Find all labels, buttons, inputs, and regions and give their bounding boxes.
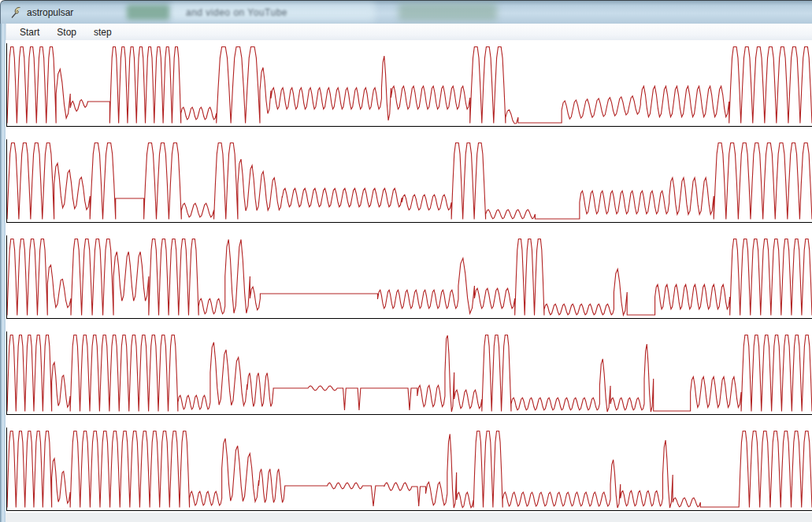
trace-panel-4 [6, 331, 812, 415]
aero-glass-blob [127, 5, 169, 20]
window-title: astropulsar [27, 7, 73, 18]
waveform-canvas-4 [7, 331, 812, 413]
trace-panel-3 [6, 235, 812, 319]
app-window: and video on YouTube astropulsar Start S… [0, 0, 812, 522]
menu-item-step[interactable]: step [85, 25, 121, 39]
waveform-canvas-1 [7, 43, 812, 125]
waveform-area [0, 40, 812, 513]
window-bottom-strip [6, 513, 812, 522]
aero-glass-blob [399, 3, 497, 20]
trace-panel-2 [6, 139, 812, 223]
trace-panel-5 [6, 428, 812, 511]
waveform-canvas-2 [7, 139, 812, 221]
background-window-ghost-text: and video on YouTube [186, 7, 287, 18]
trace-panel-1 [6, 43, 812, 127]
feather-app-icon [9, 6, 23, 19]
menu-item-start[interactable]: Start [11, 25, 48, 39]
waveform-canvas-5 [7, 428, 812, 509]
menu-bar: Start Stop step [6, 24, 812, 40]
waveform-canvas-3 [7, 235, 812, 317]
title-bar[interactable]: and video on YouTube astropulsar [0, 0, 812, 24]
window-left-border [0, 24, 6, 522]
menu-item-stop[interactable]: Stop [48, 25, 85, 39]
